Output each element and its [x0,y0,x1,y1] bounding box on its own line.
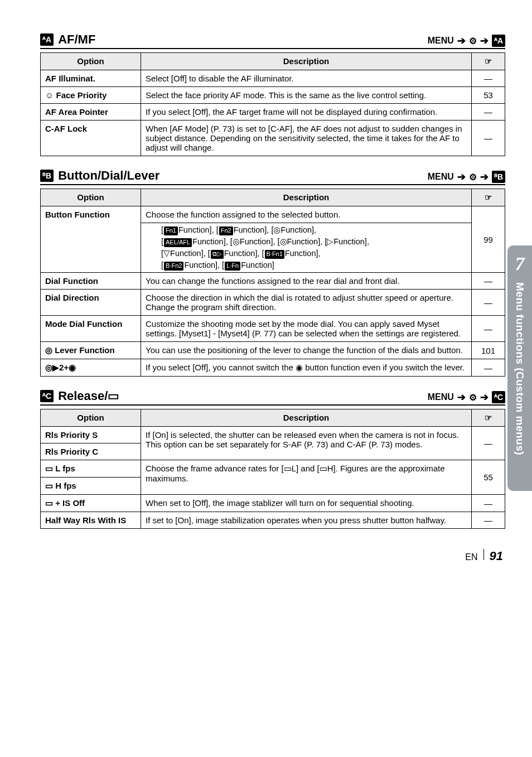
ref-cell: — [472,512,505,529]
menu-label: MENU [428,36,454,46]
arrow-icon: ➔ [480,391,489,403]
txt: Function], [ [224,249,264,258]
section-title: Button/Dial/Lever [58,168,159,183]
option-cell: Dial Direction [41,290,141,316]
ref-cell: 55 [472,460,505,495]
fn1-icon: Fn1 [164,226,178,235]
arrow-icon: ➔ [480,171,489,183]
col-ref: ☞ [472,409,505,427]
section-title: Release/▭ [58,389,119,403]
section-button-dial-lever-header: ᴮB Button/Dial/Lever MENU ➔ ⚙ ➔ ᴮB [40,168,505,185]
menu-path: MENU ➔ ⚙ ➔ ᴮB [428,171,505,183]
option-cell: ▭ + IS Off [41,495,141,512]
txt: Function], [ [178,225,219,234]
table-row: ☺ Face Priority Select the face priority… [41,87,505,104]
section-badge: ᴬC [40,390,54,402]
table-row: AF Illuminat. Select [Off] to disable th… [41,70,505,87]
ref-cell: — [472,70,505,87]
col-description: Description [141,409,472,427]
option-cell: Half Way Rls With IS [41,512,141,529]
ref-cell: — [472,290,505,316]
desc-cell: If set to [On], image stabilization oper… [141,512,472,529]
arrow-icon: ➔ [457,35,466,47]
menu-path: MENU ➔ ⚙ ➔ ᴬA [428,35,505,47]
col-ref: ☞ [472,189,505,206]
ref-cell: — [472,104,505,120]
gear-icon: ⚙ [469,392,477,403]
section-release-header: ᴬC Release/▭ MENU ➔ ⚙ ➔ ᴬC [40,389,505,406]
ref-cell: 101 [472,342,505,359]
desc-cell: When [AF Mode] (P. 73) is set to [C-AF],… [141,120,472,156]
ref-cell: 99 [472,206,505,273]
arrow-icon: ➔ [480,35,489,47]
target-badge: ᴬA [492,35,505,47]
desc-cell: If [On] is selected, the shutter can be … [141,427,472,460]
desc-cell: Select the face priority AF mode. This i… [141,87,472,104]
option-cell: Rls Priority C [41,443,141,460]
txt: Function], [ [184,261,224,269]
table-row: Dial Function You can change the functio… [41,273,505,290]
dpad-icon: ⧉▷ [211,250,224,259]
option-cell: C-AF Lock [41,120,141,156]
fn2-icon: Fn2 [219,226,233,235]
table-release: Option Description ☞ Rls Priority S If [… [40,409,505,529]
section-badge: ᴬA [40,33,54,46]
desc-cell: Customize the shooting mode set by the m… [141,316,472,342]
option-cell: Rls Priority S [41,427,141,443]
desc-cell: Choose the frame advance rates for [▭L] … [141,460,472,495]
table-row: AF Area Pointer If you select [Off], the… [41,104,505,120]
option-cell: AF Area Pointer [41,104,141,120]
option-cell: ▭ L fps [41,460,141,478]
desc-cell: Select [Off] to disable the AF illuminat… [141,70,472,87]
menu-path: MENU ➔ ⚙ ➔ ᴬC [428,391,505,403]
ref-cell: — [472,273,505,290]
table-button-dial-lever: Option Description ☞ Button Function Cho… [40,189,505,377]
page-footer: EN 91 [40,549,505,563]
col-option: Option [41,409,141,427]
table-row: Button Function Choose the function assi… [41,206,505,223]
desc-cell: You can use the positioning of the lever… [141,342,472,359]
ref-cell: — [472,427,505,460]
footer-separator [483,549,484,560]
txt: Function], [285,249,321,258]
gear-icon: ⚙ [469,36,477,46]
option-cell: ◎▶2+◉ [41,359,141,377]
option-cell: ▭ H fps [41,478,141,495]
desc-cell: Choose the direction in which the dial i… [141,290,472,316]
arrow-icon: ➔ [457,171,466,183]
txt: Function], [◎Function], [234,225,316,234]
txt: Function] [241,261,274,269]
table-row: C-AF Lock When [AF Mode] (P. 73) is set … [41,120,505,156]
table-af-mf: Option Description ☞ AF Illuminat. Selec… [40,52,505,156]
page-number: 91 [490,549,503,563]
col-option: Option [41,189,141,206]
target-badge: ᴮB [492,171,505,183]
desc-cell: You can change the functions assigned to… [141,273,472,290]
desc-cell: When set to [Off], the image stablizer w… [141,495,472,512]
desc-cell: Choose the function assigned to the sele… [141,206,472,223]
table-row: Mode Dial Function Customize the shootin… [41,316,505,342]
gear-icon: ⚙ [469,172,477,182]
ref-cell: — [472,495,505,512]
ref-cell: 53 [472,87,505,104]
ref-cell: — [472,120,505,156]
txt: [▽Function], [ [161,249,210,258]
col-ref: ☞ [472,53,505,70]
ael-afl-icon: AEL/AFL [164,238,192,247]
section-badge: ᴮB [40,170,54,182]
option-cell: AF Illuminat. [41,70,141,87]
col-description: Description [141,189,472,206]
menu-label: MENU [428,172,454,182]
desc-cell: If you select [Off], the AF target frame… [141,104,472,120]
menu-label: MENU [428,392,454,402]
col-description: Description [141,53,472,70]
table-row: Half Way Rls With IS If set to [On], ima… [41,512,505,529]
option-cell: Button Function [41,206,141,273]
ref-cell: — [472,359,505,377]
table-row: Rls Priority S If [On] is selected, the … [41,427,505,443]
option-cell: ☺ Face Priority [41,87,141,104]
bfn2-icon: B·Fn2 [164,262,183,271]
section-af-mf-header: ᴬA AF/MF MENU ➔ ⚙ ➔ ᴬA [40,32,505,49]
table-row: Dial Direction Choose the direction in w… [41,290,505,316]
txt: Function], [◎Function], [◎Function], [▷F… [192,237,369,246]
